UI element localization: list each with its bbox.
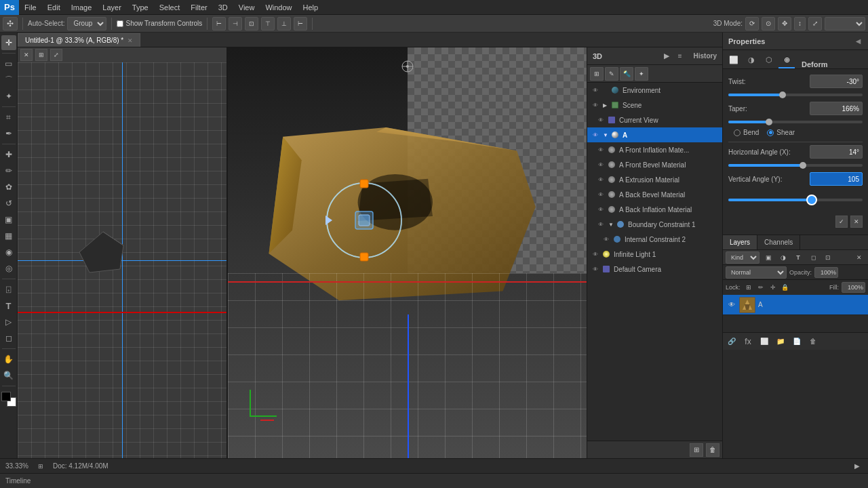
taper-slider-thumb[interactable] — [766, 119, 772, 125]
3d-item-front-inflation[interactable]: 👁 A Front Inflation Mate... — [587, 142, 722, 157]
timeline-label[interactable]: Timeline — [5, 477, 31, 485]
mini-canvas-content[interactable] — [18, 62, 226, 458]
twist-slider[interactable] — [728, 94, 863, 96]
zoom-status-btn[interactable]: ⊞ — [35, 461, 46, 472]
3d-item-current-view[interactable]: 👁 Current View — [587, 113, 722, 127]
history-brush-tool[interactable]: ↺ — [1, 196, 16, 211]
3d-item-default-camera[interactable]: 👁 Default Camera — [587, 262, 722, 277]
mini-snap-btn[interactable]: ⊞ — [35, 49, 47, 61]
3d-mode-dropdown[interactable]: 3D — [825, 17, 865, 30]
add-style-btn[interactable]: fx — [742, 336, 754, 348]
v-angle-ok-btn[interactable]: ✓ — [835, 216, 848, 228]
filter-smart-btn[interactable]: ⊡ — [822, 251, 834, 264]
add-mask-btn[interactable]: ⬜ — [758, 336, 770, 348]
align-middle-btn[interactable]: ⊥ — [277, 17, 291, 30]
bend-radio[interactable]: Bend — [734, 129, 759, 136]
3d-item-back-bevel[interactable]: 👁 A Back Bevel Material — [587, 187, 722, 202]
filter-type-select[interactable]: Kind — [726, 251, 760, 264]
pen-tool[interactable]: ⌺ — [1, 282, 16, 297]
eyedropper-tool[interactable]: ✒ — [1, 126, 16, 141]
3d-rotate-btn[interactable]: ⟳ — [745, 17, 759, 30]
menu-window[interactable]: Window — [260, 0, 297, 15]
layer-item-a[interactable]: 👁 A — [723, 295, 868, 315]
v-angle-slider-thumb[interactable] — [806, 195, 817, 205]
3d-slide-btn[interactable]: ↕ — [794, 17, 806, 30]
lasso-tool[interactable]: ⌒ — [1, 73, 16, 87]
clone-stamp-tool[interactable]: ✿ — [1, 180, 16, 195]
props-tab-mask[interactable]: ⬜ — [726, 52, 742, 68]
h-angle-slider-thumb[interactable] — [800, 162, 806, 169]
doc-tab-close-btn[interactable]: ✕ — [127, 37, 133, 44]
fill-input[interactable] — [842, 282, 865, 293]
menu-image[interactable]: Image — [66, 0, 98, 15]
eraser-tool[interactable]: ▣ — [1, 212, 16, 227]
v-angle-value[interactable]: 105 — [810, 172, 863, 186]
main-canvas[interactable] — [228, 47, 587, 458]
layers-tab-channels[interactable]: Channels — [757, 235, 800, 249]
3d-roll-btn[interactable]: ⊙ — [762, 17, 775, 30]
create-group-btn[interactable]: 📁 — [774, 336, 787, 348]
magic-wand-tool[interactable]: ✦ — [1, 89, 16, 104]
menu-3d[interactable]: 3D — [213, 0, 233, 15]
blend-mode-select[interactable]: Normal — [726, 266, 787, 279]
auto-select-dropdown[interactable]: Group — [67, 17, 106, 30]
3d-panel-expand-btn[interactable]: ▶ — [661, 51, 672, 62]
history-tab-label[interactable]: History — [694, 52, 717, 60]
menu-layer[interactable]: Layer — [97, 0, 127, 15]
lock-transparent-btn[interactable]: ⊞ — [743, 282, 754, 293]
3d-filter-btn[interactable]: ⊞ — [590, 67, 604, 81]
3d-edit-btn[interactable]: ✎ — [605, 67, 618, 81]
blur-tool[interactable]: ◉ — [1, 245, 16, 260]
3d-item-front-bevel[interactable]: 👁 A Front Bevel Material — [587, 157, 722, 172]
align-right-btn[interactable]: ⊡ — [245, 17, 258, 30]
crop-tool[interactable]: ⌗ — [1, 110, 16, 125]
lock-position-btn[interactable]: ✛ — [768, 282, 778, 293]
heal-tool[interactable]: ✚ — [1, 147, 16, 162]
menu-edit[interactable]: Edit — [42, 0, 66, 15]
filter-pixel-btn[interactable]: ▣ — [762, 251, 774, 264]
twist-value[interactable]: -30° — [810, 75, 863, 88]
3d-item-scene[interactable]: 👁 ▶ Scene — [587, 98, 722, 113]
3d-add-btn[interactable]: 🔦 — [620, 67, 633, 81]
v-angle-cancel-btn[interactable]: ✕ — [850, 216, 863, 228]
3d-pan-btn[interactable]: ✥ — [778, 17, 791, 30]
3d-light-btn[interactable]: ✦ — [635, 67, 648, 81]
opacity-input[interactable] — [814, 267, 838, 278]
3d-scale-btn[interactable]: ⤢ — [808, 17, 822, 30]
path-select-tool[interactable]: ▷ — [1, 314, 16, 329]
align-center-btn[interactable]: ⊣ — [229, 17, 242, 30]
3d-panel-menu-btn[interactable]: ≡ — [675, 51, 686, 62]
align-left-btn[interactable]: ⊢ — [212, 17, 226, 30]
menu-filter[interactable]: Filter — [185, 0, 212, 15]
props-tab-3d[interactable]: ⬡ — [761, 52, 777, 68]
3d-footer-delete-btn[interactable]: 🗑 — [706, 443, 719, 457]
h-angle-slider[interactable] — [728, 164, 863, 167]
delete-layer-btn[interactable]: 🗑 — [807, 336, 819, 348]
filter-adjust-btn[interactable]: ◑ — [777, 251, 789, 264]
3d-footer-view-btn[interactable]: ⊞ — [690, 443, 703, 457]
gradient-tool[interactable]: ▦ — [1, 228, 16, 243]
lock-image-btn[interactable]: ✏ — [755, 282, 766, 293]
layers-tab-layers[interactable]: Layers — [723, 235, 757, 249]
foreground-color-swatch[interactable] — [1, 392, 11, 401]
text-tool[interactable]: T — [1, 298, 16, 313]
3d-item-environment[interactable]: 👁 Environment — [587, 83, 722, 98]
align-top-btn[interactable]: ⊤ — [261, 17, 275, 30]
move-tool-btn[interactable]: ✣ — [3, 17, 18, 30]
dodge-tool[interactable]: ◎ — [1, 261, 16, 276]
twist-slider-thumb[interactable] — [779, 92, 786, 98]
props-tab-deform[interactable]: ⊕ — [778, 52, 795, 68]
h-angle-value[interactable]: 14° — [810, 145, 863, 159]
zoom-tool[interactable]: 🔍 — [1, 368, 16, 383]
3d-item-a[interactable]: 👁 ▼ A — [587, 127, 722, 142]
filter-shape-btn[interactable]: ◻ — [807, 251, 819, 264]
taper-value[interactable]: 166% — [810, 102, 863, 115]
hand-tool[interactable]: ✋ — [1, 352, 16, 367]
align-bottom-btn[interactable]: ⊢ — [294, 17, 307, 30]
brush-tool[interactable]: ✏ — [1, 163, 16, 178]
3d-item-boundary-constraint[interactable]: 👁 ▼ Boundary Constraint 1 — [587, 217, 722, 232]
layer-visibility-btn[interactable]: 👁 — [727, 300, 736, 310]
shape-tool[interactable]: ◻ — [1, 331, 16, 346]
3d-item-back-inflation[interactable]: 👁 A Back Inflation Material — [587, 202, 722, 217]
circular-transform-control[interactable] — [320, 176, 408, 264]
